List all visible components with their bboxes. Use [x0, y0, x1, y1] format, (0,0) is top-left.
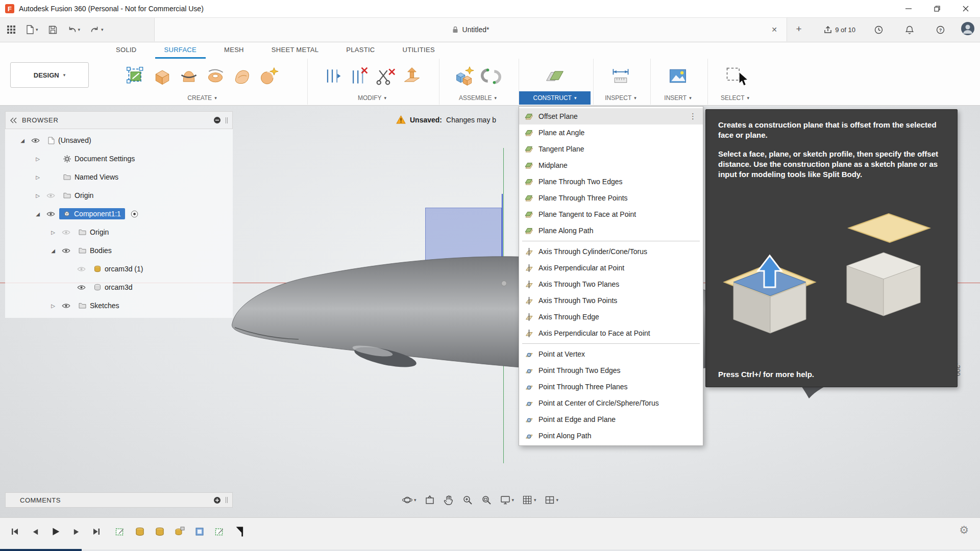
grid-settings-button[interactable]: ▾ — [519, 492, 539, 508]
menu-item-axis-through-cylinder-cone-torus[interactable]: Axis Through Cylinder/Cone/Torus — [519, 243, 703, 260]
tab-plastic[interactable]: PLASTIC — [337, 42, 384, 59]
trim-button[interactable] — [374, 64, 397, 88]
step-back-button[interactable] — [29, 525, 42, 538]
patch-button[interactable] — [230, 64, 254, 88]
menu-item-point-at-center-of-circle-sphere-torus[interactable]: Point at Center of Circle/Sphere/Torus — [519, 395, 703, 411]
tab-surface[interactable]: SURFACE — [155, 42, 206, 59]
sweep-button[interactable] — [204, 64, 227, 88]
expander-icon[interactable]: ▷ — [49, 303, 57, 309]
tab-mesh[interactable]: MESH — [215, 42, 253, 59]
new-component-button[interactable] — [453, 64, 476, 88]
tab-solid[interactable]: SOLID — [107, 42, 146, 59]
visibility-off-icon[interactable] — [61, 230, 71, 235]
restore-button[interactable] — [923, 0, 951, 17]
browser-item-sketches[interactable]: ▷Sketches — [5, 296, 233, 315]
display-settings-button[interactable]: ▾ — [497, 492, 517, 508]
menu-item-axis-through-edge[interactable]: Axis Through Edge — [519, 309, 703, 325]
group-label-create[interactable]: CREATE▾ — [100, 91, 304, 105]
browser-item-bodies[interactable]: ◢Bodies — [5, 241, 233, 260]
collapse-all-icon[interactable] — [213, 116, 221, 124]
step-forward-button[interactable] — [69, 525, 83, 538]
user-avatar[interactable] — [961, 21, 975, 38]
expander-icon[interactable]: ◢ — [34, 211, 42, 217]
menu-item-axis-through-two-points[interactable]: Axis Through Two Points — [519, 292, 703, 309]
joint-button[interactable] — [479, 64, 503, 88]
feature-mesh-insert[interactable] — [173, 525, 186, 538]
visibility-on-icon[interactable] — [45, 211, 56, 217]
feature-mesh-1[interactable] — [133, 525, 146, 538]
menu-item-tangent-plane[interactable]: Tangent Plane — [519, 141, 703, 157]
expand-comments-icon[interactable] — [213, 496, 221, 504]
activate-radio-icon[interactable] — [131, 210, 138, 218]
browser-item-component1-1[interactable]: ◢Component1:1 — [5, 205, 233, 223]
menu-item-midplane[interactable]: Midplane — [519, 157, 703, 173]
expander-icon[interactable]: ▷ — [34, 193, 42, 198]
origin-point[interactable] — [501, 281, 507, 286]
menu-item-axis-perpendicular-to-face-at-point[interactable]: Axis Perpendicular to Face at Point — [519, 325, 703, 341]
timeline-settings-gear-icon[interactable]: ⚙ — [959, 524, 969, 536]
collapse-panel-icon[interactable] — [10, 117, 17, 123]
minimize-button[interactable] — [894, 0, 923, 17]
new-tab-button[interactable]: + — [792, 22, 805, 36]
chevron-down-icon[interactable]: ▾ — [414, 498, 416, 503]
menu-item-plane-at-angle[interactable]: Plane at Angle — [519, 124, 703, 141]
feature-box[interactable] — [193, 525, 206, 538]
tab-sheet-metal[interactable]: SHEET METAL — [262, 42, 328, 59]
offset-surface-button[interactable] — [257, 64, 280, 88]
go-to-end-button[interactable] — [90, 525, 103, 538]
panel-grip-icon[interactable] — [225, 496, 228, 504]
fit-button[interactable] — [478, 492, 495, 508]
menu-item-point-along-path[interactable]: Point Along Path — [519, 428, 703, 444]
chevron-down-icon[interactable]: ▾ — [534, 498, 536, 503]
help-button[interactable]: ? — [933, 22, 948, 37]
menu-item-point-at-edge-and-plane[interactable]: Point at Edge and Plane — [519, 411, 703, 428]
unstitch-button[interactable] — [347, 64, 371, 88]
close-tab-button[interactable]: ✕ — [769, 24, 779, 35]
menu-item-plane-through-two-edges[interactable]: Plane Through Two Edges — [519, 173, 703, 190]
close-button[interactable] — [951, 0, 980, 17]
insert-canvas-button[interactable] — [666, 64, 690, 88]
play-button[interactable] — [49, 525, 62, 538]
extrude-button[interactable] — [151, 64, 174, 88]
menu-item-plane-along-path[interactable]: Plane Along Path — [519, 222, 703, 239]
tab-utilities[interactable]: UTILITIES — [394, 42, 444, 59]
overflow-dots-icon[interactable]: ⋮ — [687, 112, 699, 121]
comments-bar[interactable]: COMMENTS — [5, 492, 233, 508]
visibility-off-icon[interactable] — [45, 193, 56, 198]
job-status-button[interactable]: 9 of 10 — [824, 26, 855, 34]
group-label-assemble[interactable]: ASSEMBLE▾ — [439, 91, 516, 105]
undo-button[interactable]: ▾ — [64, 22, 84, 37]
browser-item-named-views[interactable]: ▷Named Views — [5, 168, 233, 186]
timeline-marker[interactable] — [233, 525, 246, 538]
expander-icon[interactable]: ▷ — [49, 230, 57, 235]
browser-item-unsaved[interactable]: ◢(Unsaved) — [5, 131, 233, 149]
measure-button[interactable] — [609, 64, 632, 88]
browser-item-document-settings[interactable]: ▷Document Settings — [5, 149, 233, 168]
workspace-selector[interactable]: DESIGN ▾ — [10, 62, 89, 88]
orbit-button[interactable]: ▾ — [399, 492, 419, 508]
app-grid-button[interactable] — [3, 22, 19, 37]
browser-item-orcam3d-1[interactable]: orcam3d (1) — [5, 260, 233, 278]
expander-icon[interactable]: ▷ — [34, 156, 42, 162]
menu-item-point-at-vertex[interactable]: Point at Vertex — [519, 346, 703, 362]
panel-grip-icon[interactable] — [225, 117, 228, 124]
expander-icon[interactable]: ◢ — [18, 138, 27, 143]
group-label-insert[interactable]: INSERT▾ — [651, 91, 705, 105]
save-button[interactable] — [45, 22, 61, 37]
menu-item-point-through-three-planes[interactable]: Point Through Three Planes — [519, 379, 703, 395]
group-label-modify[interactable]: MODIFY▾ — [308, 91, 436, 105]
revolve-button[interactable] — [177, 64, 201, 88]
zoom-button[interactable] — [459, 492, 476, 508]
browser-item-orcam3d[interactable]: orcam3d — [5, 278, 233, 296]
notifications-button[interactable] — [902, 22, 917, 37]
expander-icon[interactable]: ◢ — [49, 248, 57, 254]
menu-item-plane-through-three-points[interactable]: Plane Through Three Points — [519, 190, 703, 206]
look-at-button[interactable] — [422, 492, 438, 508]
file-menu-button[interactable]: ▾ — [22, 22, 42, 37]
construct-plane-button[interactable] — [543, 64, 567, 88]
menu-item-offset-plane[interactable]: Offset Plane⋮ — [519, 108, 703, 124]
feature-mesh-2[interactable] — [153, 525, 166, 538]
group-label-select[interactable]: SELECT▾ — [708, 91, 762, 105]
visibility-off-icon[interactable] — [76, 266, 86, 272]
menu-item-axis-perpendicular-at-point[interactable]: Axis Perpendicular at Point — [519, 260, 703, 276]
